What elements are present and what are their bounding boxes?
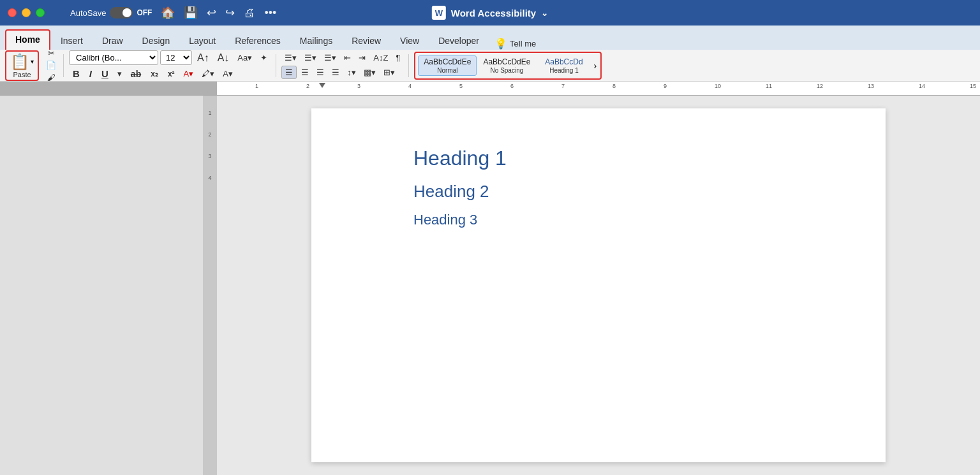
style-heading1[interactable]: AaBbCcDd Heading 1 <box>537 56 591 75</box>
style-normal[interactable]: AaBbCcDdEe Normal <box>418 55 477 76</box>
style-normal-label: Normal <box>437 67 457 74</box>
tab-home[interactable]: Home <box>5 29 50 50</box>
shading-btn[interactable]: ▩▾ <box>360 66 379 78</box>
font-color-btn[interactable]: A▾ <box>181 68 197 80</box>
document-area: 1 2 3 4 Heading 1 Heading 2 Heading 3 <box>0 96 980 475</box>
highlight-btn[interactable]: 🖍▾ <box>198 68 218 80</box>
align-right-btn[interactable]: ☰ <box>313 66 327 78</box>
divider-3 <box>408 54 409 77</box>
ruler-mark-15: 15 <box>970 83 976 89</box>
minimize-button[interactable] <box>22 8 31 17</box>
style-heading1-label: Heading 1 <box>549 67 579 74</box>
italic-button[interactable]: I <box>85 67 96 80</box>
copy-button[interactable]: 📄 <box>44 60 58 71</box>
maximize-button[interactable] <box>36 8 45 17</box>
lightbulb-icon: 💡 <box>494 38 507 50</box>
print-btn[interactable]: 🖨 <box>244 6 255 20</box>
clear-format-btn[interactable]: ✦ <box>257 52 271 64</box>
styles-more-arrow[interactable]: › <box>592 59 598 72</box>
toggle-knob <box>122 8 131 17</box>
show-marks-btn[interactable]: ¶ <box>392 52 403 64</box>
ruler-indent-marker[interactable] <box>319 83 325 88</box>
font-row-2: B I U ▾ ab x₂ x² A▾ 🖍▾ A▾ <box>69 67 271 80</box>
tab-mailings[interactable]: Mailings <box>291 32 341 50</box>
subscript-button[interactable]: x₂ <box>147 68 162 80</box>
decrease-font-btn[interactable]: A↓ <box>214 51 233 65</box>
ruler-mark-3: 3 <box>357 83 360 89</box>
tab-developer[interactable]: Developer <box>429 32 488 50</box>
bullets-btn[interactable]: ☰▾ <box>281 52 300 64</box>
close-button[interactable] <box>8 8 17 17</box>
tab-references[interactable]: References <box>226 32 290 50</box>
ruler-mark-10: 10 <box>715 83 721 89</box>
bold-button[interactable]: B <box>69 67 84 80</box>
increase-indent-btn[interactable]: ⇥ <box>355 52 369 64</box>
ruler-mark-13: 13 <box>868 83 874 89</box>
ruler-mark-8: 8 <box>612 83 616 89</box>
align-center-btn[interactable]: ☰ <box>298 66 312 78</box>
tab-design[interactable]: Design <box>133 32 179 50</box>
increase-font-btn[interactable]: A↑ <box>194 51 212 65</box>
word-icon: W <box>432 6 446 20</box>
font-size-dropdown[interactable]: 12 <box>160 50 192 65</box>
para-row-2: ☰ ☰ ☰ ☰ ↕▾ ▩▾ ⊞▾ <box>281 66 403 79</box>
more-btn[interactable]: ••• <box>264 6 276 20</box>
tab-layout[interactable]: Layout <box>180 32 225 50</box>
paste-group: 📋 ▾ Paste <box>5 50 39 81</box>
ruler: 1 2 3 4 5 6 7 8 9 10 11 12 13 14 15 <box>0 82 980 96</box>
tab-review[interactable]: Review <box>343 32 390 50</box>
save-btn[interactable]: 💾 <box>184 6 198 20</box>
left-margin: 1 2 3 4 <box>0 96 217 475</box>
ruler-content: 1 2 3 4 5 6 7 8 9 10 11 12 13 14 15 <box>217 82 980 95</box>
paste-dropdown-arrow[interactable]: ▾ <box>31 58 34 65</box>
decrease-indent-btn[interactable]: ⇤ <box>341 52 354 64</box>
undo-btn[interactable]: ↩ <box>207 6 216 20</box>
v-ruler-2: 2 <box>208 131 211 138</box>
v-ruler-1: 1 <box>208 110 211 116</box>
app-title: Word Accessibility <box>451 8 536 18</box>
style-no-spacing[interactable]: AaBbCcDdEe No Spacing <box>478 56 535 75</box>
clipboard-group: ✂ 📄 🖌 <box>44 48 58 83</box>
tell-me-group[interactable]: 💡 Tell me <box>494 38 536 50</box>
ruler-mark-2: 2 <box>306 83 309 89</box>
underline-button[interactable]: U <box>98 67 112 80</box>
paste-label: Paste <box>13 71 31 78</box>
paste-icon: 📋 <box>10 53 29 71</box>
redo-btn[interactable]: ↪ <box>225 6 235 20</box>
underline-arrow[interactable]: ▾ <box>114 68 125 80</box>
ruler-mark-5: 5 <box>459 83 463 89</box>
vertical-ruler: 1 2 3 4 <box>203 96 217 475</box>
document-heading3: Heading 3 <box>413 212 835 228</box>
numbering-btn[interactable]: ☰▾ <box>301 52 320 64</box>
superscript-button[interactable]: x² <box>164 68 179 80</box>
ruler-mark-11: 11 <box>766 83 772 89</box>
justify-btn[interactable]: ☰ <box>329 66 343 78</box>
border-btn[interactable]: ⊞▾ <box>380 66 398 78</box>
cut-button[interactable]: ✂ <box>44 48 58 59</box>
style-nospacing-preview: AaBbCcDdEe <box>483 57 530 66</box>
tab-view[interactable]: View <box>391 32 428 50</box>
toggle-switch[interactable] <box>110 7 133 18</box>
line-spacing-btn[interactable]: ↕▾ <box>344 66 359 78</box>
ruler-left-margin <box>0 82 217 95</box>
home-icon-btn[interactable]: 🏠 <box>161 6 175 20</box>
strikethrough-button[interactable]: ab <box>127 68 145 80</box>
multilevel-btn[interactable]: ☰▾ <box>321 52 339 64</box>
document-page[interactable]: Heading 1 Heading 2 Heading 3 <box>311 108 886 462</box>
font-group: Calibri (Bo... 12 A↑ A↓ Aa▾ ✦ B I U ▾ ab… <box>69 50 271 80</box>
autosave-toggle[interactable]: AutoSave OFF <box>70 7 152 18</box>
ruler-mark-14: 14 <box>919 83 925 89</box>
font-row-1: Calibri (Bo... 12 A↑ A↓ Aa▾ ✦ <box>69 50 271 65</box>
text-color-btn[interactable]: A▾ <box>219 68 236 80</box>
font-name-dropdown[interactable]: Calibri (Bo... <box>69 50 158 65</box>
tab-insert[interactable]: Insert <box>52 32 92 50</box>
ruler-mark-7: 7 <box>561 83 565 89</box>
tab-draw[interactable]: Draw <box>93 32 132 50</box>
para-row-1: ☰▾ ☰▾ ☰▾ ⇤ ⇥ A↕Z ¶ <box>281 52 403 64</box>
tab-bar: Home Insert Draw Design Layout Reference… <box>0 26 980 50</box>
title-bar-center: W Word Accessibility ⌄ <box>432 6 548 20</box>
sort-btn[interactable]: A↕Z <box>370 52 391 64</box>
change-case-btn[interactable]: Aa▾ <box>234 52 255 64</box>
align-left-btn[interactable]: ☰ <box>281 66 297 79</box>
toolbar: 📋 ▾ Paste ✂ 📄 🖌 Calibri (Bo... 12 A↑ A↓ … <box>0 50 980 82</box>
